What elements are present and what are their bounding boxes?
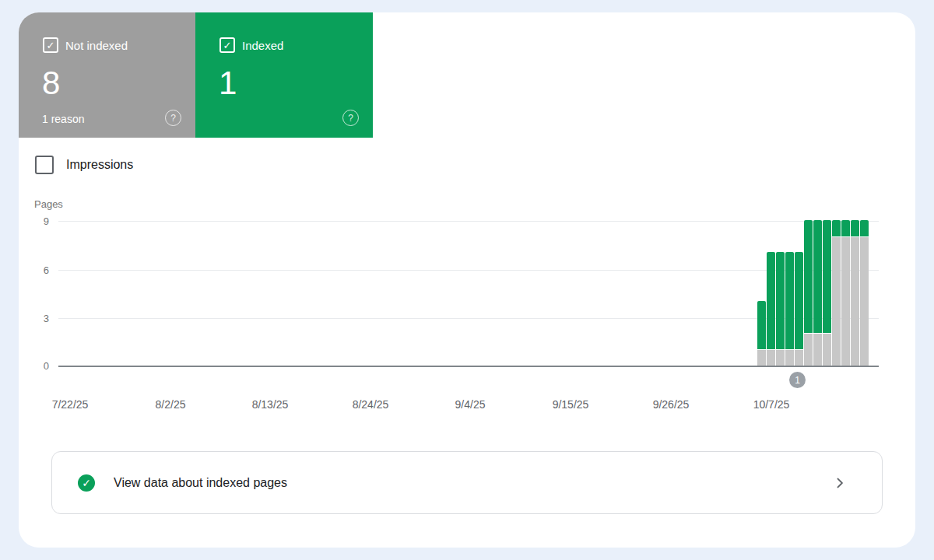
gridline-3: [58, 318, 879, 319]
y-tick-label: 6: [27, 264, 49, 276]
bar[interactable]: [757, 301, 766, 366]
bar-segment-indexed: [757, 301, 766, 349]
chevron-right-icon: [832, 475, 848, 491]
page-background: ✓ Not indexed 8 1 reason ? ✓ Indexed 1 ?…: [0, 0, 934, 560]
x-tick-label: 9/15/25: [524, 398, 617, 411]
bar-segment-not-indexed: [860, 236, 869, 366]
annotation-marker[interactable]: 1: [789, 372, 806, 388]
x-tick-label: 9/4/25: [423, 398, 517, 411]
bar[interactable]: [813, 220, 822, 366]
bar-segment-indexed: [785, 252, 794, 349]
banner-label: View data about indexed pages: [114, 476, 832, 490]
bar[interactable]: [804, 220, 813, 366]
x-tick-label: 8/2/25: [124, 398, 217, 411]
bar-segment-indexed: [776, 252, 785, 349]
bar-segment-not-indexed: [795, 349, 803, 366]
bar-segment-indexed: [832, 220, 841, 236]
bar-segment-not-indexed: [813, 333, 822, 366]
bar-segment-not-indexed: [851, 236, 859, 366]
bar[interactable]: [851, 220, 859, 366]
bar-segment-indexed: [767, 252, 775, 349]
bar-segment-not-indexed: [841, 236, 850, 366]
x-tick-label: 8/13/25: [223, 398, 317, 411]
bar-segment-not-indexed: [767, 349, 775, 366]
bar[interactable]: [767, 252, 775, 366]
y-tick-label: 0: [27, 360, 49, 372]
bar-segment-indexed: [860, 220, 869, 236]
bar[interactable]: [860, 220, 869, 366]
bar[interactable]: [785, 252, 794, 366]
y-tick-label: 9: [27, 215, 49, 227]
x-tick-label: 7/22/25: [23, 398, 117, 411]
y-axis-title: Pages: [34, 198, 63, 210]
x-tick-label: 9/26/25: [624, 398, 718, 411]
bar-segment-indexed: [823, 220, 831, 333]
x-tick-label: 8/24/25: [324, 398, 417, 411]
check-circle-icon: ✓: [78, 474, 95, 492]
bar-segment-not-indexed: [785, 349, 794, 366]
y-tick-label: 3: [27, 313, 49, 324]
x-axis-line: [58, 366, 879, 367]
bar-segment-not-indexed: [776, 349, 785, 366]
bar[interactable]: [795, 252, 803, 366]
bar-segment-indexed: [851, 220, 859, 236]
bar-segment-not-indexed: [832, 236, 841, 366]
bar-segment-not-indexed: [804, 333, 813, 366]
index-report-panel: ✓ Not indexed 8 1 reason ? ✓ Indexed 1 ?…: [19, 12, 915, 548]
stacked-bars: [757, 220, 869, 366]
bar-segment-not-indexed: [757, 349, 766, 366]
bar-segment-not-indexed: [823, 333, 831, 366]
gridline-6: [58, 270, 879, 271]
bar[interactable]: [823, 220, 831, 366]
bar-segment-indexed: [841, 220, 850, 236]
gridline-9: [58, 221, 879, 222]
pages-chart: Pages 9 6 3 0 1 7/22/25 8/2/25 8/13/25 8…: [19, 12, 915, 448]
bar[interactable]: [841, 220, 850, 366]
bar-segment-indexed: [795, 252, 803, 349]
bar[interactable]: [832, 220, 841, 366]
bar-segment-indexed: [813, 220, 822, 333]
bar-segment-indexed: [804, 220, 813, 333]
bar[interactable]: [776, 252, 785, 366]
view-indexed-pages-banner[interactable]: ✓ View data about indexed pages: [51, 451, 883, 514]
x-tick-label: 10/7/25: [725, 398, 818, 411]
